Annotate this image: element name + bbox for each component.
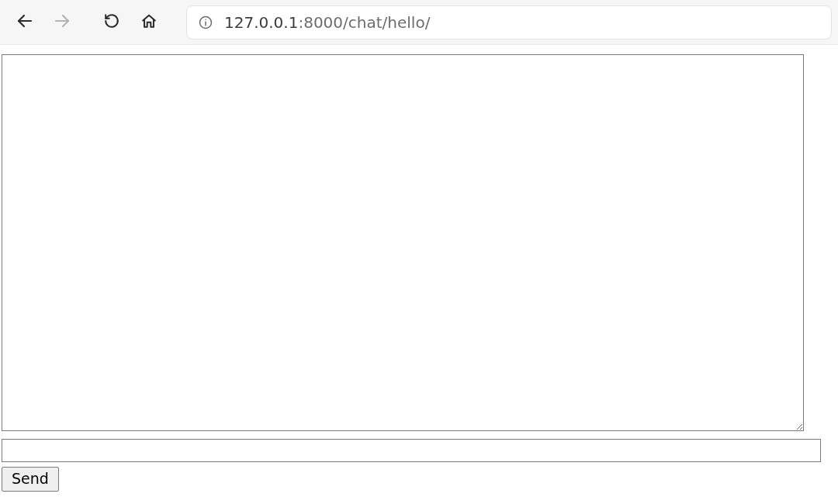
arrow-left-icon	[16, 12, 34, 33]
reload-button[interactable]	[93, 4, 130, 41]
home-button[interactable]	[130, 4, 168, 41]
send-button[interactable]: Send	[2, 467, 59, 492]
chat-log-textarea[interactable]	[2, 54, 804, 431]
reload-icon	[103, 12, 120, 33]
arrow-right-icon	[53, 12, 71, 33]
page-content: Send	[0, 45, 838, 493]
home-icon	[140, 12, 158, 33]
url-path: /chat/hello/	[343, 13, 430, 32]
back-button[interactable]	[6, 4, 43, 41]
svg-point-4	[205, 19, 206, 20]
browser-toolbar: 127.0.0.1:8000/chat/hello/	[0, 0, 838, 45]
address-bar[interactable]: 127.0.0.1:8000/chat/hello/	[186, 5, 832, 40]
url-port: :8000	[298, 13, 343, 32]
site-info-icon[interactable]	[198, 15, 213, 30]
forward-button	[43, 4, 81, 41]
url-host: 127.0.0.1	[224, 13, 298, 32]
url-text: 127.0.0.1:8000/chat/hello/	[224, 13, 430, 32]
chat-message-input[interactable]	[2, 439, 821, 462]
